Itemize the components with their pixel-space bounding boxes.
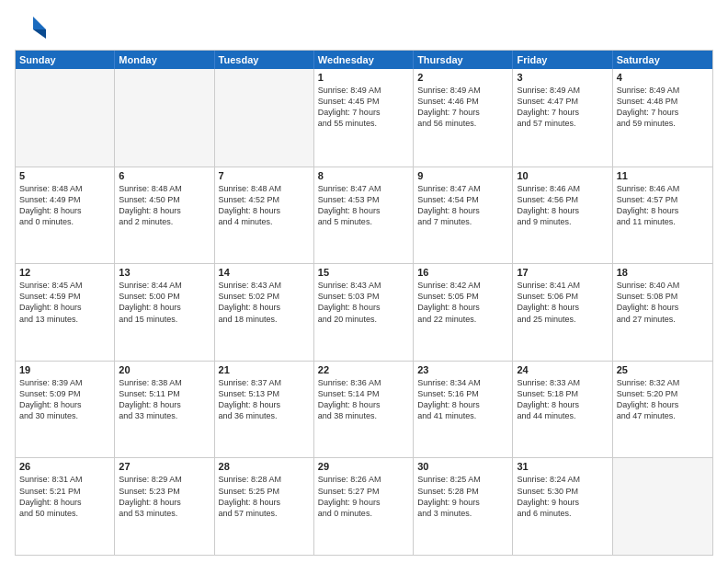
cell-text: Sunrise: 8:42 AM Sunset: 5:05 PM Dayligh… xyxy=(417,280,508,325)
day-number: 25 xyxy=(617,364,709,375)
cell-text: Sunrise: 8:49 AM Sunset: 4:45 PM Dayligh… xyxy=(318,85,409,130)
calendar-header-row: SundayMondayTuesdayWednesdayThursdayFrid… xyxy=(16,51,712,69)
day-number: 13 xyxy=(119,267,210,278)
calendar-cell: 6Sunrise: 8:48 AM Sunset: 4:50 PM Daylig… xyxy=(115,167,214,264)
cell-text: Sunrise: 8:49 AM Sunset: 4:47 PM Dayligh… xyxy=(517,85,608,130)
day-number: 1 xyxy=(318,72,409,83)
cell-text: Sunrise: 8:45 AM Sunset: 4:59 PM Dayligh… xyxy=(19,280,110,325)
day-number: 9 xyxy=(417,170,508,181)
cell-text: Sunrise: 8:47 AM Sunset: 4:53 PM Dayligh… xyxy=(318,183,409,228)
day-number: 10 xyxy=(517,170,608,181)
day-number: 7 xyxy=(219,170,310,181)
day-number: 22 xyxy=(318,364,409,375)
cell-text: Sunrise: 8:40 AM Sunset: 5:08 PM Dayligh… xyxy=(617,280,709,325)
calendar-cell: 18Sunrise: 8:40 AM Sunset: 5:08 PM Dayli… xyxy=(613,264,712,361)
calendar-cell: 2Sunrise: 8:49 AM Sunset: 4:46 PM Daylig… xyxy=(414,69,513,167)
calendar-cell: 30Sunrise: 8:25 AM Sunset: 5:28 PM Dayli… xyxy=(414,458,513,555)
calendar-cell: 29Sunrise: 8:26 AM Sunset: 5:27 PM Dayli… xyxy=(314,458,414,555)
svg-marker-0 xyxy=(33,17,46,29)
calendar-cell: 11Sunrise: 8:46 AM Sunset: 4:57 PM Dayli… xyxy=(613,167,712,264)
calendar-cell: 12Sunrise: 8:45 AM Sunset: 4:59 PM Dayli… xyxy=(16,264,115,361)
calendar-cell: 13Sunrise: 8:44 AM Sunset: 5:00 PM Dayli… xyxy=(115,264,214,361)
day-number: 18 xyxy=(617,267,709,278)
day-number: 15 xyxy=(318,267,409,278)
calendar-cell: 14Sunrise: 8:43 AM Sunset: 5:02 PM Dayli… xyxy=(215,264,314,361)
calendar-cell: 3Sunrise: 8:49 AM Sunset: 4:47 PM Daylig… xyxy=(513,69,612,167)
calendar-cell: 4Sunrise: 8:49 AM Sunset: 4:48 PM Daylig… xyxy=(613,69,712,167)
calendar-cell: 10Sunrise: 8:46 AM Sunset: 4:56 PM Dayli… xyxy=(513,167,612,264)
calendar: SundayMondayTuesdayWednesdayThursdayFrid… xyxy=(15,50,713,556)
cell-text: Sunrise: 8:39 AM Sunset: 5:09 PM Dayligh… xyxy=(19,377,110,422)
calendar-cell: 28Sunrise: 8:28 AM Sunset: 5:25 PM Dayli… xyxy=(215,458,314,555)
cell-text: Sunrise: 8:46 AM Sunset: 4:56 PM Dayligh… xyxy=(517,183,608,228)
calendar-cell: 27Sunrise: 8:29 AM Sunset: 5:23 PM Dayli… xyxy=(115,458,214,555)
cell-text: Sunrise: 8:43 AM Sunset: 5:02 PM Dayligh… xyxy=(219,280,310,325)
cell-text: Sunrise: 8:29 AM Sunset: 5:23 PM Dayligh… xyxy=(119,474,210,519)
header-day-thursday: Thursday xyxy=(414,51,513,69)
calendar-cell: 22Sunrise: 8:36 AM Sunset: 5:14 PM Dayli… xyxy=(314,362,414,458)
cell-text: Sunrise: 8:36 AM Sunset: 5:14 PM Dayligh… xyxy=(318,377,409,422)
day-number: 4 xyxy=(617,72,709,83)
cell-text: Sunrise: 8:24 AM Sunset: 5:30 PM Dayligh… xyxy=(517,474,608,519)
day-number: 16 xyxy=(417,267,508,278)
cell-text: Sunrise: 8:37 AM Sunset: 5:13 PM Dayligh… xyxy=(219,377,310,422)
calendar-cell: 7Sunrise: 8:48 AM Sunset: 4:52 PM Daylig… xyxy=(215,167,314,264)
header-day-sunday: Sunday xyxy=(16,51,115,69)
cell-text: Sunrise: 8:48 AM Sunset: 4:52 PM Dayligh… xyxy=(219,183,310,228)
calendar-week-4: 19Sunrise: 8:39 AM Sunset: 5:09 PM Dayli… xyxy=(16,361,712,458)
day-number: 12 xyxy=(19,267,110,278)
cell-text: Sunrise: 8:48 AM Sunset: 4:49 PM Dayligh… xyxy=(19,183,110,228)
day-number: 8 xyxy=(318,170,409,181)
calendar-week-2: 5Sunrise: 8:48 AM Sunset: 4:49 PM Daylig… xyxy=(16,167,712,264)
day-number: 17 xyxy=(517,267,608,278)
calendar-cell: 15Sunrise: 8:43 AM Sunset: 5:03 PM Dayli… xyxy=(314,264,414,361)
header-day-friday: Friday xyxy=(513,51,612,69)
day-number: 11 xyxy=(617,170,709,181)
logo xyxy=(15,11,51,44)
header-day-saturday: Saturday xyxy=(613,51,712,69)
calendar-cell xyxy=(16,69,115,167)
day-number: 23 xyxy=(417,364,508,375)
cell-text: Sunrise: 8:48 AM Sunset: 4:50 PM Dayligh… xyxy=(119,183,210,228)
cell-text: Sunrise: 8:38 AM Sunset: 5:11 PM Dayligh… xyxy=(119,377,210,422)
day-number: 26 xyxy=(19,461,110,472)
day-number: 2 xyxy=(417,72,508,83)
day-number: 3 xyxy=(517,72,608,83)
calendar-cell xyxy=(115,69,214,167)
cell-text: Sunrise: 8:33 AM Sunset: 5:18 PM Dayligh… xyxy=(517,377,608,422)
calendar-cell: 17Sunrise: 8:41 AM Sunset: 5:06 PM Dayli… xyxy=(513,264,612,361)
day-number: 20 xyxy=(119,364,210,375)
cell-text: Sunrise: 8:32 AM Sunset: 5:20 PM Dayligh… xyxy=(617,377,709,422)
day-number: 6 xyxy=(119,170,210,181)
header-day-wednesday: Wednesday xyxy=(314,51,414,69)
calendar-cell: 23Sunrise: 8:34 AM Sunset: 5:16 PM Dayli… xyxy=(414,362,513,458)
calendar-cell: 16Sunrise: 8:42 AM Sunset: 5:05 PM Dayli… xyxy=(414,264,513,361)
calendar-cell: 1Sunrise: 8:49 AM Sunset: 4:45 PM Daylig… xyxy=(314,69,414,167)
cell-text: Sunrise: 8:28 AM Sunset: 5:25 PM Dayligh… xyxy=(219,474,310,519)
logo-icon xyxy=(15,11,48,44)
calendar-week-5: 26Sunrise: 8:31 AM Sunset: 5:21 PM Dayli… xyxy=(16,457,712,555)
day-number: 29 xyxy=(318,461,409,472)
cell-text: Sunrise: 8:41 AM Sunset: 5:06 PM Dayligh… xyxy=(517,280,608,325)
day-number: 24 xyxy=(517,364,608,375)
cell-text: Sunrise: 8:43 AM Sunset: 5:03 PM Dayligh… xyxy=(318,280,409,325)
cell-text: Sunrise: 8:25 AM Sunset: 5:28 PM Dayligh… xyxy=(417,474,508,519)
calendar-cell: 26Sunrise: 8:31 AM Sunset: 5:21 PM Dayli… xyxy=(16,458,115,555)
calendar-cell: 8Sunrise: 8:47 AM Sunset: 4:53 PM Daylig… xyxy=(314,167,414,264)
day-number: 14 xyxy=(219,267,310,278)
cell-text: Sunrise: 8:44 AM Sunset: 5:00 PM Dayligh… xyxy=(119,280,210,325)
cell-text: Sunrise: 8:46 AM Sunset: 4:57 PM Dayligh… xyxy=(617,183,709,228)
calendar-cell: 21Sunrise: 8:37 AM Sunset: 5:13 PM Dayli… xyxy=(215,362,314,458)
calendar-week-1: 1Sunrise: 8:49 AM Sunset: 4:45 PM Daylig… xyxy=(16,69,712,167)
calendar-cell: 31Sunrise: 8:24 AM Sunset: 5:30 PM Dayli… xyxy=(513,458,612,555)
day-number: 28 xyxy=(219,461,310,472)
cell-text: Sunrise: 8:49 AM Sunset: 4:46 PM Dayligh… xyxy=(417,85,508,130)
cell-text: Sunrise: 8:34 AM Sunset: 5:16 PM Dayligh… xyxy=(417,377,508,422)
calendar-cell: 20Sunrise: 8:38 AM Sunset: 5:11 PM Dayli… xyxy=(115,362,214,458)
day-number: 27 xyxy=(119,461,210,472)
cell-text: Sunrise: 8:47 AM Sunset: 4:54 PM Dayligh… xyxy=(417,183,508,228)
header-day-tuesday: Tuesday xyxy=(215,51,314,69)
header-day-monday: Monday xyxy=(115,51,214,69)
day-number: 31 xyxy=(517,461,608,472)
day-number: 30 xyxy=(417,461,508,472)
